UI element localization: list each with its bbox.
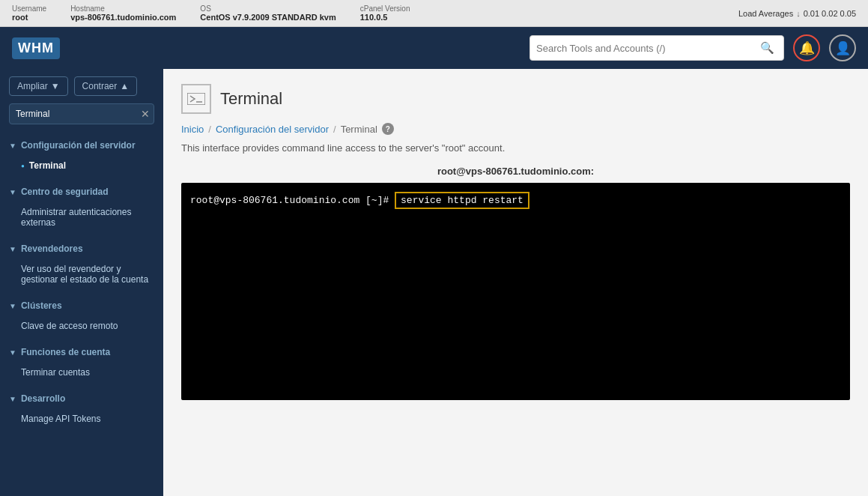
cpanel-label: cPanel Version xyxy=(360,4,410,13)
logo-text: WHM xyxy=(12,37,60,59)
terminal-prompt-line: root@vps-806761.tudominio.com [~]# servi… xyxy=(190,192,841,209)
sidebar-section-funciones-cuenta: ▼ Funciones de cuenta Terminar cuentas xyxy=(0,339,163,385)
contraer-label: Contraer xyxy=(82,81,118,91)
user-menu-button[interactable]: 👤 xyxy=(829,34,856,61)
sidebar-section-header-funciones-cuenta[interactable]: ▼ Funciones de cuenta xyxy=(0,342,163,363)
main-content: Terminal Inicio / Configuración del serv… xyxy=(163,69,868,496)
sidebar-item-clave-acceso-label: Clave de acceso remoto xyxy=(21,321,118,331)
search-tools-input[interactable] xyxy=(536,43,757,54)
terminal-prompt-text: root@vps-806761.tudominio.com [~]# xyxy=(190,195,389,206)
search-icon-button[interactable]: 🔍 xyxy=(757,41,777,55)
sidebar-section-header-revendedores[interactable]: ▼ Revendedores xyxy=(0,238,163,259)
sidebar-item-clave-acceso[interactable]: Clave de acceso remoto xyxy=(0,316,163,336)
help-icon[interactable]: ? xyxy=(382,123,394,135)
page-description: This interface provides command line acc… xyxy=(181,142,850,154)
sidebar-item-terminar-cuentas-label: Terminar cuentas xyxy=(21,367,90,378)
os-label: OS xyxy=(200,4,336,13)
sidebar-section-clusters: ▼ Clústeres Clave de acceso remoto xyxy=(0,292,163,339)
os-value: CentOS v7.9.2009 STANDARD kvm xyxy=(200,13,336,22)
breadcrumb-terminal: Terminal xyxy=(341,124,377,135)
section-label-funciones-cuenta: Funciones de cuenta xyxy=(21,347,110,357)
chevron-down-icon: ▼ xyxy=(9,245,16,253)
sidebar-item-autenticaciones-label: Administrar autenticaciones externas xyxy=(21,207,154,228)
page-title-row: Terminal xyxy=(181,84,850,114)
username-info: Username root xyxy=(12,4,46,22)
sidebar-actions: Ampliar ▼ Contraer ▲ xyxy=(0,69,163,103)
section-label-seguridad: Centro de seguridad xyxy=(21,187,109,197)
header-right: 🔍 🔔 👤 xyxy=(529,34,856,61)
sidebar-item-autenticaciones[interactable]: Administrar autenticaciones externas xyxy=(0,202,163,232)
contraer-button[interactable]: Contraer ▲ xyxy=(74,76,138,96)
terminal-window[interactable]: root@vps-806761.tudominio.com [~]# servi… xyxy=(181,183,850,400)
ampliar-button[interactable]: Ampliar ▼ xyxy=(9,76,68,96)
sidebar-search-bar: ✕ xyxy=(0,103,163,132)
svg-rect-0 xyxy=(187,93,205,105)
section-label-config-servidor: Configuración del servidor xyxy=(21,140,136,151)
page-title: Terminal xyxy=(220,89,282,109)
notifications-button[interactable]: 🔔 xyxy=(793,34,820,61)
breadcrumb-sep-2: / xyxy=(333,124,336,135)
chevron-down-icon: ▼ xyxy=(9,302,16,310)
ampliar-chevron-icon: ▼ xyxy=(51,81,60,91)
sidebar: Ampliar ▼ Contraer ▲ ✕ ▼ Configuración d… xyxy=(0,69,163,496)
breadcrumb: Inicio / Configuración del servidor / Te… xyxy=(181,123,850,135)
contraer-chevron-icon: ▲ xyxy=(120,81,129,91)
terminal-command[interactable]: service httpd restart xyxy=(395,192,529,209)
chevron-down-icon: ▼ xyxy=(9,348,16,357)
cpanel-info: cPanel Version 110.0.5 xyxy=(360,4,410,22)
chevron-down-icon: ▼ xyxy=(9,142,16,150)
sidebar-item-manage-api[interactable]: Manage API Tokens xyxy=(0,409,163,429)
terminal-label: root@vps-806761.tudominio.com: xyxy=(181,166,850,177)
username-value: root xyxy=(12,13,46,22)
sidebar-section-header-desarrollo[interactable]: ▼ Desarrollo xyxy=(0,388,163,409)
sidebar-section-header-seguridad[interactable]: ▼ Centro de seguridad xyxy=(0,181,163,202)
sidebar-search-input[interactable] xyxy=(9,103,154,124)
chevron-down-icon: ▼ xyxy=(9,395,16,403)
breadcrumb-inicio[interactable]: Inicio xyxy=(181,124,204,135)
hostname-label: Hostname xyxy=(70,4,176,13)
sidebar-section-seguridad: ▼ Centro de seguridad Administrar autent… xyxy=(0,178,163,235)
cpanel-value: 110.0.5 xyxy=(360,13,410,22)
terminal-page-icon xyxy=(181,84,211,114)
section-label-clusters: Clústeres xyxy=(21,300,62,311)
hostname-value: vps-806761.tudominio.com xyxy=(70,13,176,22)
sidebar-section-header-config-servidor[interactable]: ▼ Configuración del servidor xyxy=(0,135,163,156)
sidebar-item-uso-revendedor[interactable]: Ver uso del revendedor y gestionar el es… xyxy=(0,259,163,289)
section-label-revendedores: Revendedores xyxy=(21,244,83,254)
hostname-info: Hostname vps-806761.tudominio.com xyxy=(70,4,176,22)
chevron-down-icon: ▼ xyxy=(9,188,16,196)
username-label: Username xyxy=(12,4,46,13)
active-dot-icon: ● xyxy=(21,163,25,169)
top-info-bar: Username root Hostname vps-806761.tudomi… xyxy=(0,0,868,27)
load-label: Load Averages xyxy=(738,9,793,18)
search-tools-container[interactable]: 🔍 xyxy=(529,35,784,61)
load-arrow: ↓ xyxy=(796,9,801,18)
sidebar-item-terminar-cuentas[interactable]: Terminar cuentas xyxy=(0,363,163,382)
sidebar-section-revendedores: ▼ Revendedores Ver uso del revendedor y … xyxy=(0,235,163,292)
sidebar-section-header-clusters[interactable]: ▼ Clústeres xyxy=(0,295,163,316)
sidebar-item-terminal[interactable]: ● Terminal xyxy=(0,156,163,175)
top-bar-system-info: Username root Hostname vps-806761.tudomi… xyxy=(12,4,410,22)
breadcrumb-sep-1: / xyxy=(208,124,211,135)
load-averages-info: Load Averages ↓ 0.01 0.02 0.05 xyxy=(738,9,856,18)
section-label-desarrollo: Desarrollo xyxy=(21,393,65,404)
whm-logo: WHM xyxy=(12,37,60,59)
main-header: WHM 🔍 🔔 👤 xyxy=(0,27,868,69)
breadcrumb-config[interactable]: Configuración del servidor xyxy=(216,124,329,135)
sidebar-item-terminal-label: Terminal xyxy=(29,160,66,171)
sidebar-item-manage-api-label: Manage API Tokens xyxy=(21,414,101,424)
os-info: OS CentOS v7.9.2009 STANDARD kvm xyxy=(200,4,336,22)
ampliar-label: Ampliar xyxy=(17,81,48,91)
main-layout: Ampliar ▼ Contraer ▲ ✕ ▼ Configuración d… xyxy=(0,69,868,496)
load-values: 0.01 0.02 0.05 xyxy=(804,9,856,18)
sidebar-search-clear-button[interactable]: ✕ xyxy=(141,108,150,120)
terminal-icon-svg xyxy=(187,93,205,105)
sidebar-section-config-servidor: ▼ Configuración del servidor ● Terminal xyxy=(0,132,163,178)
sidebar-item-uso-revendedor-label: Ver uso del revendedor y gestionar el es… xyxy=(21,264,154,285)
sidebar-section-desarrollo: ▼ Desarrollo Manage API Tokens xyxy=(0,385,163,432)
